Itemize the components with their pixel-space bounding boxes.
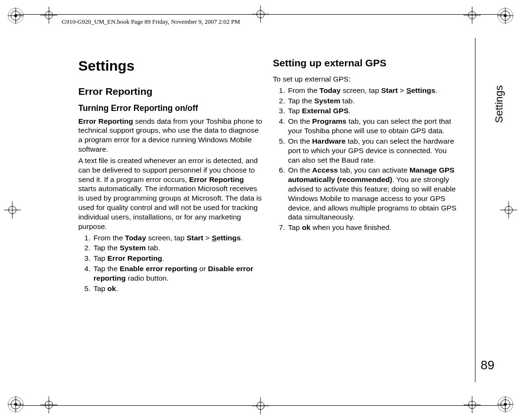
text: Tap the xyxy=(288,97,314,105)
text: tab, you can activate xyxy=(338,166,409,174)
bold-text: ok xyxy=(107,284,116,292)
left-column: Settings Error Reporting Turning Error R… xyxy=(78,57,263,294)
text: On the xyxy=(288,137,312,145)
text: ettings xyxy=(411,86,435,94)
crosshair-icon xyxy=(500,201,517,219)
crosshair-icon xyxy=(252,397,269,414)
list-item: From the Today screen, tap Start > Setti… xyxy=(287,86,458,95)
text: tab. xyxy=(146,244,160,252)
crosshair-icon xyxy=(40,7,57,24)
text: screen, tap xyxy=(341,86,381,94)
list-item: From the Today screen, tap Start > Setti… xyxy=(93,233,263,243)
text: tab. xyxy=(340,97,354,105)
text: ettings xyxy=(216,234,241,242)
text: Tap xyxy=(288,223,302,231)
text: Tap xyxy=(93,254,107,262)
bold-text: Start xyxy=(186,234,203,242)
text: On the xyxy=(288,117,312,125)
text: Tap the xyxy=(93,244,120,252)
bold-text: ok xyxy=(302,223,310,231)
text: screen, tap xyxy=(146,234,186,242)
crosshair-icon xyxy=(464,396,481,413)
framemaker-header: G910-G920_UM_EN.book Page 89 Friday, Nov… xyxy=(62,18,240,26)
text: . xyxy=(435,86,437,94)
bold-text: Access xyxy=(312,166,338,174)
text: starts automatically. The information Mi… xyxy=(78,184,262,230)
paragraph: Error Reporting sends data from your Tos… xyxy=(78,117,263,154)
list-item: Tap the System tab. xyxy=(93,243,263,253)
registration-mark-icon xyxy=(8,396,24,412)
list-item: On the Hardware tab, you can select the … xyxy=(287,137,458,164)
bold-text: Today xyxy=(125,234,146,242)
section-heading: Setting up external GPS xyxy=(273,57,458,70)
text: . xyxy=(349,107,351,115)
page-content: Settings Error Reporting Turning Error R… xyxy=(78,57,458,294)
text: > xyxy=(203,234,212,242)
list-item: On the Programs tab, you can select the … xyxy=(287,117,458,136)
side-section-label: Settings xyxy=(493,85,505,123)
text: when you have finished. xyxy=(310,223,391,231)
page-number: 89 xyxy=(481,358,494,373)
bold-text: Settings xyxy=(406,86,435,94)
bold-text: Programs xyxy=(312,117,346,125)
list-item: Tap ok when you have finished. xyxy=(287,223,458,232)
crosshair-icon xyxy=(252,6,269,23)
crosshair-icon xyxy=(4,201,21,219)
bold-text: Enable error reporting xyxy=(120,265,197,273)
section-heading: Error Reporting xyxy=(78,85,263,98)
text: Tap xyxy=(288,107,302,115)
access-key: S xyxy=(406,86,411,94)
bold-text: System xyxy=(120,244,146,252)
registration-mark-icon xyxy=(8,8,24,24)
step-list: From the Today screen, tap Start > Setti… xyxy=(78,233,263,293)
text: radio button. xyxy=(126,274,168,282)
page-title: Settings xyxy=(78,57,263,75)
text: . xyxy=(241,234,242,242)
crosshair-icon xyxy=(464,7,481,24)
crosshair-icon xyxy=(40,396,57,413)
paragraph: A text file is created whenever an error… xyxy=(78,156,263,231)
bold-text: Error Reporting xyxy=(78,117,133,125)
list-item: Tap External GPS. xyxy=(287,106,458,116)
bold-text: Error Reporting xyxy=(189,175,243,183)
bold-text: Settings xyxy=(212,234,241,242)
right-column: Setting up external GPS To set up extern… xyxy=(273,57,458,294)
text: . xyxy=(162,254,164,262)
bold-text: Today xyxy=(319,86,341,94)
text: Tap the xyxy=(93,265,120,273)
bold-text: Hardware xyxy=(312,137,346,145)
text: From the xyxy=(93,234,125,242)
registration-mark-icon xyxy=(497,8,513,24)
text: From the xyxy=(288,86,319,94)
bold-text: Error Reporting xyxy=(107,254,162,262)
list-item: Tap ok. xyxy=(93,284,263,293)
access-key: S xyxy=(212,234,216,242)
list-item: Tap Error Reporting. xyxy=(93,254,263,263)
bold-text: Start xyxy=(381,86,398,94)
bold-text: External GPS xyxy=(302,107,348,115)
text: Tap xyxy=(93,284,107,292)
list-item: On the Access tab, you can activate Mana… xyxy=(287,165,458,222)
text: On the xyxy=(288,166,312,174)
list-item: Tap the Enable error reporting or Disabl… xyxy=(93,264,263,283)
margin-line xyxy=(475,38,475,382)
paragraph: To set up external GPS: xyxy=(273,74,458,84)
step-list: From the Today screen, tap Start > Setti… xyxy=(273,86,458,232)
text: . xyxy=(116,284,118,292)
registration-mark-icon xyxy=(497,396,513,412)
text: or xyxy=(197,265,208,273)
bold-text: System xyxy=(314,97,340,105)
subsection-heading: Turning Error Reporting on/off xyxy=(78,103,263,113)
list-item: Tap the System tab. xyxy=(287,96,458,106)
text: > xyxy=(398,86,406,94)
